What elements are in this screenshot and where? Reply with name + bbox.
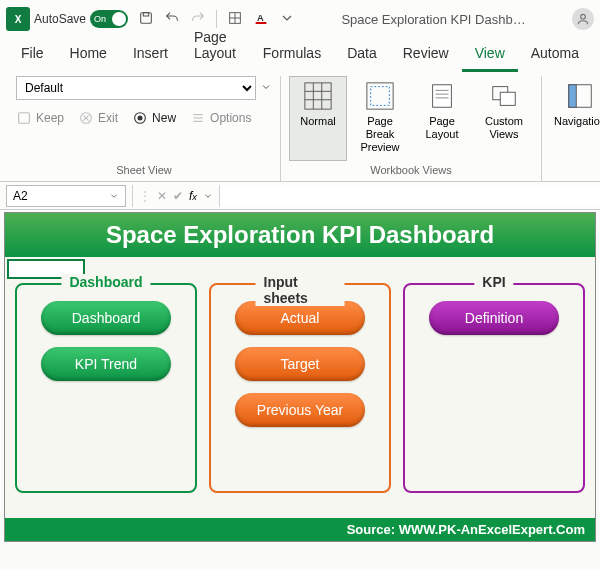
page-break-icon xyxy=(365,81,395,111)
name-box-value: A2 xyxy=(13,189,28,203)
autosave-toggle[interactable]: On xyxy=(90,10,128,28)
navigation-label: Navigation xyxy=(554,115,600,128)
svg-rect-0 xyxy=(141,12,152,23)
enter-formula-icon[interactable]: ✔ xyxy=(173,189,183,203)
namebox-chevron-icon[interactable] xyxy=(109,191,119,201)
ribbon-group-navigation: Navigation xyxy=(542,76,600,181)
sheet-view-keep-button[interactable]: Keep xyxy=(16,110,64,126)
group-kpi-legend: KPI xyxy=(474,274,513,290)
view-page-break-button[interactable]: Page Break Preview xyxy=(351,76,409,161)
view-custom-views-button[interactable]: Custom Views xyxy=(475,76,533,161)
sheet-view-dropdown[interactable]: Default xyxy=(16,76,256,100)
btn-actual[interactable]: Actual xyxy=(235,301,365,335)
btn-target[interactable]: Target xyxy=(235,347,365,381)
btn-definition[interactable]: Definition xyxy=(429,301,559,335)
source-label: Source: WWW.PK-AnExcelExpert.Com xyxy=(5,518,595,541)
svg-rect-23 xyxy=(371,87,390,106)
custom-views-icon xyxy=(489,81,519,111)
page-layout-label: Page Layout xyxy=(418,115,466,141)
worksheet-area[interactable]: Space Exploration KPI Dashboard Dashboar… xyxy=(0,210,600,569)
navigation-icon xyxy=(565,81,595,111)
tab-insert[interactable]: Insert xyxy=(120,37,181,72)
dashboard-frame: Space Exploration KPI Dashboard Dashboar… xyxy=(4,212,596,542)
save-icon[interactable] xyxy=(138,10,154,29)
ribbon-tabs: File Home Insert Page Layout Formulas Da… xyxy=(0,38,600,72)
sheet-view-new-button[interactable]: New xyxy=(132,110,176,126)
tab-formulas[interactable]: Formulas xyxy=(250,37,334,72)
title-bar: X AutoSave On A Space Exploration KPI Da… xyxy=(0,0,600,38)
font-color-icon[interactable]: A xyxy=(253,10,269,29)
svg-rect-8 xyxy=(19,113,30,124)
btn-dashboard[interactable]: Dashboard xyxy=(41,301,171,335)
sheet-view-select-row: Default xyxy=(16,76,272,100)
group-kpi: KPI Definition xyxy=(403,283,585,493)
tab-data[interactable]: Data xyxy=(334,37,390,72)
fx-chevron-icon[interactable] xyxy=(203,191,213,201)
qat-customize-icon[interactable] xyxy=(279,10,295,29)
undo-icon[interactable] xyxy=(164,10,180,29)
svg-rect-24 xyxy=(433,85,452,108)
tab-view[interactable]: View xyxy=(462,37,518,72)
normal-label: Normal xyxy=(300,115,335,128)
fx-controls: ⋮ ✕ ✔ fx xyxy=(132,185,219,207)
ribbon-group-sheet-view: Default Keep Exit New xyxy=(8,76,281,181)
exit-label: Exit xyxy=(98,111,118,125)
btn-previous-year[interactable]: Previous Year xyxy=(235,393,365,427)
view-page-layout-button[interactable]: Page Layout xyxy=(413,76,471,161)
tab-review[interactable]: Review xyxy=(390,37,462,72)
group-dashboard: Dashboard Dashboard KPI Trend xyxy=(15,283,197,493)
tab-home[interactable]: Home xyxy=(57,37,120,72)
tab-page-layout[interactable]: Page Layout xyxy=(181,21,250,72)
cards-row: Dashboard Dashboard KPI Trend Input shee… xyxy=(5,257,595,503)
svg-point-13 xyxy=(138,116,142,120)
svg-rect-1 xyxy=(143,12,148,15)
svg-rect-6 xyxy=(256,22,267,24)
keep-label: Keep xyxy=(36,111,64,125)
group-input-sheets: Input sheets Actual Target Previous Year xyxy=(209,283,391,493)
workbook-views-group-label: Workbook Views xyxy=(289,161,533,179)
sheet-view-group-label: Sheet View xyxy=(16,161,272,179)
page-break-label: Page Break Preview xyxy=(356,115,404,155)
autosave-toggle-text: On xyxy=(94,14,106,24)
svg-rect-31 xyxy=(569,85,577,108)
name-box[interactable]: A2 xyxy=(6,185,126,207)
sheet-view-exit-button[interactable]: Exit xyxy=(78,110,118,126)
dashboard-title: Space Exploration KPI Dashboard xyxy=(5,213,595,257)
svg-rect-17 xyxy=(305,83,331,109)
tab-file[interactable]: File xyxy=(8,37,57,72)
excel-app-icon[interactable]: X xyxy=(6,7,30,31)
page-layout-icon xyxy=(427,81,457,111)
sheet-view-dropdown-chevron-icon[interactable] xyxy=(260,81,272,96)
toggle-knob xyxy=(112,12,126,26)
normal-view-icon xyxy=(303,81,333,111)
group-input-legend: Input sheets xyxy=(256,274,345,306)
ribbon-content: Default Keep Exit New xyxy=(0,72,600,182)
btn-kpi-trend[interactable]: KPI Trend xyxy=(41,347,171,381)
navigation-button[interactable]: Navigation xyxy=(550,76,600,161)
sheet-view-options-button[interactable]: Options xyxy=(190,110,251,126)
svg-rect-29 xyxy=(500,92,515,105)
autosave-control[interactable]: AutoSave On xyxy=(34,10,128,28)
user-account-icon[interactable] xyxy=(572,8,594,30)
formula-input[interactable] xyxy=(219,185,600,207)
group-dashboard-legend: Dashboard xyxy=(61,274,150,290)
svg-text:A: A xyxy=(257,12,264,22)
view-normal-button[interactable]: Normal xyxy=(289,76,347,161)
options-label: Options xyxy=(210,111,251,125)
autosave-label: AutoSave xyxy=(34,12,86,26)
cancel-formula-icon[interactable]: ✕ xyxy=(157,189,167,203)
document-title[interactable]: Space Exploration KPI Dashb… xyxy=(299,12,568,27)
ribbon-group-workbook-views: Normal Page Break Preview Page Layout Cu… xyxy=(281,76,542,181)
svg-point-7 xyxy=(581,14,586,19)
tab-automate[interactable]: Automa xyxy=(518,37,592,72)
new-label: New xyxy=(152,111,176,125)
custom-views-label: Custom Views xyxy=(480,115,528,141)
formula-bar: A2 ⋮ ✕ ✔ fx xyxy=(0,182,600,210)
fx-icon[interactable]: fx xyxy=(189,189,197,203)
